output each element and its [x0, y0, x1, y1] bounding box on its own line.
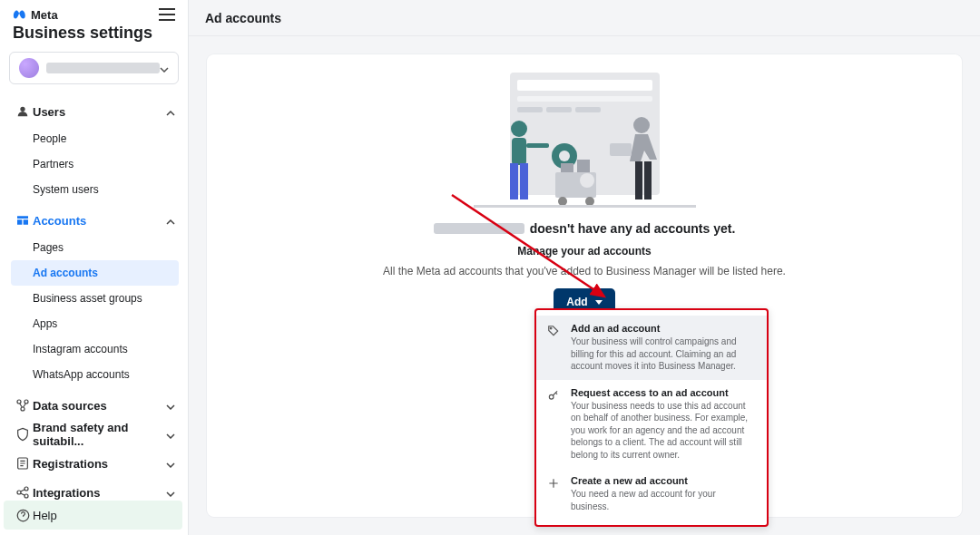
- dropdown-item-create-new[interactable]: Create a new ad account You need a new a…: [536, 468, 767, 520]
- svg-point-28: [633, 117, 650, 133]
- sidebar-item-pages[interactable]: Pages: [33, 235, 184, 260]
- svg-point-4: [17, 491, 21, 494]
- svg-point-34: [549, 394, 554, 399]
- integrations-icon: [13, 485, 33, 500]
- dropdown-item-text: Request access to an ad account Your bus…: [571, 387, 756, 462]
- dropdown-item-desc: You need a new ad account for your busin…: [571, 488, 756, 512]
- svg-rect-18: [520, 163, 528, 199]
- key-icon: [547, 387, 562, 462]
- data-sources-icon: [13, 398, 33, 413]
- sidebar-nav: Users People Partners System users Accou…: [0, 97, 188, 535]
- meta-logo-wrap: Meta: [13, 7, 58, 22]
- chevron-down-icon: [166, 486, 175, 500]
- empty-state-illustration: [474, 73, 696, 209]
- nav-section-registrations[interactable]: Registrations: [4, 449, 184, 478]
- svg-rect-14: [575, 107, 601, 112]
- svg-point-2: [21, 407, 24, 411]
- main-header: Ad accounts: [189, 0, 980, 36]
- plus-icon: [547, 475, 562, 512]
- nav-label: Brand safety and suitabil...: [33, 421, 166, 448]
- empty-state-subtitle: Manage your ad accounts: [517, 245, 651, 258]
- accounts-icon: [13, 213, 33, 228]
- svg-rect-11: [517, 96, 652, 102]
- nav-section-brand-safety[interactable]: Brand safety and suitabil...: [4, 420, 184, 449]
- nav-label: Registrations: [33, 457, 166, 471]
- business-selector[interactable]: [9, 52, 179, 84]
- nav-label: Data sources: [33, 399, 166, 413]
- chevron-down-icon: [160, 60, 169, 76]
- svg-rect-30: [644, 161, 652, 199]
- svg-rect-24: [577, 160, 590, 172]
- svg-rect-31: [610, 143, 632, 156]
- caret-down-icon: [595, 300, 603, 305]
- business-avatar: [19, 58, 39, 78]
- sidebar: Meta Business settings Users People Part…: [0, 0, 189, 535]
- logo-row: Meta: [0, 0, 188, 24]
- svg-point-27: [585, 197, 594, 206]
- content-card: doesn't have any ad accounts yet. Manage…: [207, 54, 962, 517]
- sidebar-item-partners[interactable]: Partners: [33, 151, 184, 177]
- svg-point-33: [550, 327, 552, 329]
- nav-label: Users: [33, 105, 166, 119]
- empty-state-description: All the Meta ad accounts that you've add…: [383, 265, 786, 277]
- sidebar-item-whatsapp-accounts[interactable]: WhatsApp accounts: [33, 362, 184, 387]
- sidebar-item-business-asset-groups[interactable]: Business asset groups: [33, 286, 184, 311]
- sidebar-item-people[interactable]: People: [33, 126, 184, 151]
- svg-point-1: [24, 400, 28, 404]
- dropdown-item-desc: Your business will control campaigns and…: [571, 336, 756, 373]
- meta-logo-icon: [13, 7, 27, 22]
- sidebar-item-ad-accounts[interactable]: Ad accounts: [11, 260, 179, 286]
- chevron-down-icon: [166, 428, 175, 442]
- business-name-blurred: [46, 63, 160, 73]
- accounts-sublist: Pages Ad accounts Business asset groups …: [4, 235, 184, 391]
- svg-rect-19: [526, 143, 549, 148]
- svg-point-25: [580, 173, 594, 188]
- main: Ad accounts: [189, 0, 980, 535]
- dropdown-item-desc: Your business needs to use this ad accou…: [571, 400, 756, 462]
- dropdown-item-title: Create a new ad account: [571, 475, 756, 486]
- dropdown-item-add-ad-account[interactable]: Add an ad account Your business will con…: [536, 316, 767, 380]
- svg-rect-12: [517, 107, 543, 112]
- nav-label: Integrations: [33, 486, 166, 500]
- nav-section-users[interactable]: Users: [4, 97, 184, 126]
- empty-state-title: doesn't have any ad accounts yet.: [434, 221, 736, 236]
- svg-rect-23: [561, 163, 573, 172]
- main-body: doesn't have any ad accounts yet. Manage…: [189, 36, 980, 535]
- meta-logo-text: Meta: [31, 8, 58, 22]
- dropdown-item-text: Add an ad account Your business will con…: [571, 323, 756, 373]
- sidebar-item-instagram-accounts[interactable]: Instagram accounts: [33, 336, 184, 362]
- svg-rect-16: [512, 138, 526, 165]
- svg-point-26: [558, 197, 567, 206]
- svg-point-6: [24, 494, 28, 498]
- nav-label: Accounts: [33, 214, 166, 228]
- svg-point-21: [559, 151, 570, 161]
- svg-rect-32: [474, 205, 696, 208]
- dropdown-item-text: Create a new ad account You need a new a…: [571, 475, 756, 512]
- help-button[interactable]: Help: [4, 501, 182, 530]
- tag-icon: [547, 323, 562, 373]
- shield-icon: [13, 427, 33, 442]
- dropdown-item-title: Request access to an ad account: [571, 387, 756, 398]
- svg-point-0: [17, 400, 21, 404]
- add-button-label: Add: [566, 296, 587, 308]
- users-icon: [13, 104, 33, 119]
- dropdown-item-request-access[interactable]: Request access to an ad account Your bus…: [536, 380, 767, 469]
- svg-rect-29: [635, 161, 642, 199]
- nav-section-data-sources[interactable]: Data sources: [4, 391, 184, 420]
- users-sublist: People Partners System users: [4, 126, 184, 206]
- svg-rect-13: [546, 107, 572, 112]
- empty-title-text: doesn't have any ad accounts yet.: [530, 221, 736, 236]
- svg-rect-10: [517, 80, 652, 91]
- page-title: Business settings: [0, 24, 188, 52]
- sidebar-item-system-users[interactable]: System users: [33, 177, 184, 202]
- dropdown-item-title: Add an ad account: [571, 323, 756, 334]
- add-dropdown: Add an ad account Your business will con…: [534, 308, 769, 527]
- svg-point-15: [511, 121, 527, 137]
- hamburger-menu-button[interactable]: [159, 8, 175, 21]
- nav-section-accounts[interactable]: Accounts: [4, 206, 184, 235]
- svg-point-5: [24, 487, 28, 491]
- main-header-title: Ad accounts: [205, 11, 281, 25]
- sidebar-item-apps[interactable]: Apps: [33, 311, 184, 336]
- registrations-icon: [13, 456, 33, 471]
- chevron-down-icon: [166, 457, 175, 471]
